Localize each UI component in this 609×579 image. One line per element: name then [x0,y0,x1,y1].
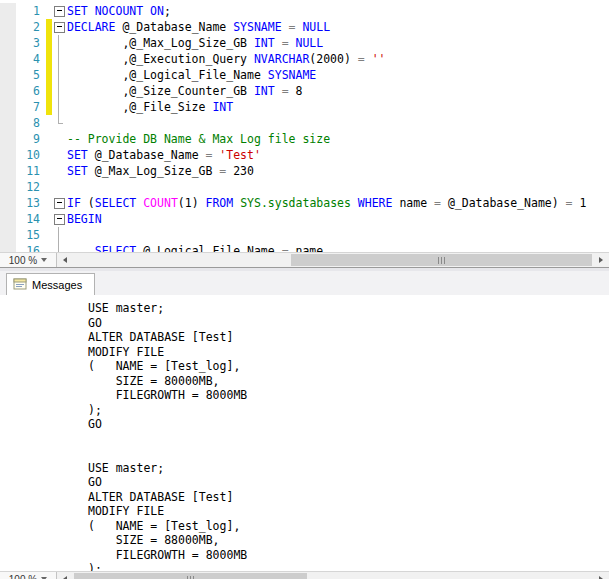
code-line[interactable]: 12 [0,179,609,195]
code-line[interactable]: 2DECLARE @_Database_Name SYSNAME = NULL [0,19,609,35]
fold-collapse-icon[interactable] [54,198,65,209]
code-token: = [566,196,580,210]
code-line[interactable]: 1SET NOCOUNT ON; [0,3,609,19]
code-text [67,179,609,195]
code-line[interactable]: 14BEGIN [0,211,609,227]
line-number: 7 [16,99,46,115]
message-line: USE master; [88,301,609,316]
scroll-right-button[interactable] [593,253,609,267]
code-token: DECLARE [67,20,122,34]
code-token: = [289,20,303,34]
code-token: = [434,196,448,210]
fold-margin [52,179,67,195]
message-line [88,446,609,461]
message-line: GO [88,475,609,490]
code-token: @_Logical_File_Name [143,244,281,252]
code-token: FROM [206,196,241,210]
code-token: SELECT [95,244,143,252]
line-number: 12 [16,179,46,195]
message-line: FILEGROWTH = 8000MB [88,548,609,563]
editor-zoom-control[interactable]: 100 % [0,253,57,267]
code-text: ,@_Size_Counter_GB INT = 8 [67,83,609,99]
code-token: SET [67,164,95,178]
line-number: 11 [16,163,46,179]
code-token: NULL [296,36,324,50]
code-line[interactable]: 5 ,@_Logical_File_Name SYSNAME [0,67,609,83]
fold-collapse-icon[interactable] [54,22,65,33]
scrollbar-grip-icon [187,576,195,579]
line-number: 15 [16,227,46,243]
code-token: SYS.sysdatabases [240,196,358,210]
fold-margin [52,99,67,115]
editor-zoom-value: 100 % [9,255,37,266]
code-token: BEGIN [67,212,102,226]
fold-collapse-icon[interactable] [54,214,65,225]
scroll-left-button[interactable] [57,253,73,267]
messages-pane[interactable]: USE master;GOALTER DATABASE [Test]MODIFY… [0,295,609,571]
results-scrollbar-track[interactable] [73,572,593,579]
fold-margin [52,35,67,51]
results-zoom-control[interactable]: 100 % [0,572,57,579]
messages-icon [13,278,27,291]
code-token: NVARCHAR [254,52,309,66]
indicator-margin [0,67,16,83]
line-number: 16 [16,243,46,252]
fold-collapse-icon[interactable] [54,6,65,17]
code-text: DECLARE @_Database_Name SYSNAME = NULL [67,19,609,35]
editor-scrollbar-track[interactable] [73,253,593,267]
code-token: = [282,84,296,98]
code-text: SET NOCOUNT ON; [67,3,609,19]
message-line: ( NAME = [Test_log], [88,359,609,374]
code-line[interactable]: 11SET @_Max_Log_Size_GB = 230 [0,163,609,179]
code-token: ; [164,4,171,18]
tab-messages[interactable]: Messages [6,273,95,295]
code-line[interactable]: 15 [0,227,609,243]
indicator-margin [0,115,16,131]
code-text: -- Provide DB Name & Max Log file size [67,131,609,147]
results-zoom-value: 100 % [9,574,37,579]
ssms-query-window: 1SET NOCOUNT ON;2DECLARE @_Database_Name… [0,0,609,579]
message-line [88,432,609,447]
code-line[interactable]: 3 ,@_Max_Log_Size_GB INT = NULL [0,35,609,51]
code-line[interactable]: 7 ,@_File_Size INT [0,99,609,115]
line-number: 10 [16,147,46,163]
indicator-margin [0,179,16,195]
scroll-right-button[interactable] [593,572,609,579]
sql-editor[interactable]: 1SET NOCOUNT ON;2DECLARE @_Database_Name… [0,0,609,252]
code-token: @_Database_Name [122,20,233,34]
tab-messages-label: Messages [32,279,82,291]
code-token: ,@_Max_Log_Size_GB [67,36,254,50]
message-line: GO [88,417,609,432]
code-text: ,@_Max_Log_Size_GB INT = NULL [67,35,609,51]
results-tabstrip: Messages [0,271,609,295]
chevron-down-icon [41,258,47,262]
results-scrollbar-thumb[interactable] [74,573,307,579]
indicator-margin [0,227,16,243]
code-token: (2000) [309,52,357,66]
code-token: @_Database_Name [95,148,206,162]
code-line[interactable]: 8 [0,115,609,131]
message-line: MODIFY FILE [88,345,609,360]
code-line[interactable]: 9-- Provide DB Name & Max Log file size [0,131,609,147]
fold-margin [52,163,67,179]
code-token: = [282,36,296,50]
code-line[interactable]: 13IF (SELECT COUNT(1) FROM SYS.sysdataba… [0,195,609,211]
editor-scrollbar-thumb[interactable] [291,254,592,266]
code-line[interactable]: 10SET @_Database_Name = 'Test' [0,147,609,163]
code-line[interactable]: 4 ,@_Execution_Query NVARCHAR(2000) = '' [0,51,609,67]
code-token: ,@_Logical_File_Name [67,68,268,82]
code-token: 'Test' [219,148,261,162]
code-token: SET NOCOUNT ON [67,4,164,18]
scroll-left-button[interactable] [57,572,73,579]
fold-margin [52,227,67,243]
code-token: IF [67,196,88,210]
line-number: 3 [16,35,46,51]
code-token: @_Database_Name) [448,196,566,210]
line-number: 5 [16,67,46,83]
fold-margin [52,211,67,227]
code-line[interactable]: 16 SELECT @_Logical_File_Name = name [0,243,609,252]
code-token: 8 [296,84,303,98]
arrow-left-icon [63,257,67,263]
code-line[interactable]: 6 ,@_Size_Counter_GB INT = 8 [0,83,609,99]
code-text: SET @_Max_Log_Size_GB = 230 [67,163,609,179]
